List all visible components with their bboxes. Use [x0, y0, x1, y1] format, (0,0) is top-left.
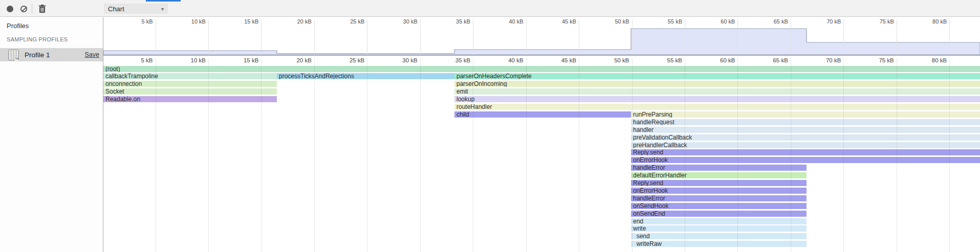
- ruler-tick-label: 60 kB: [701, 57, 735, 63]
- ruler-tick-label: 15 kB: [225, 57, 258, 63]
- gridline: [949, 19, 950, 55]
- view-mode-value: Chart: [108, 5, 124, 13]
- gridline: [632, 19, 633, 55]
- ruler-tick-label: 80 kB: [913, 57, 947, 63]
- ruler-tick-label: 75 kB: [860, 18, 894, 25]
- gridline: [473, 58, 473, 252]
- ruler-tick-label: 65 kB: [754, 57, 788, 63]
- gridline: [208, 19, 209, 55]
- flame-bar[interactable]: parserOnHeadersComplete: [454, 73, 980, 79]
- ruler-tick-label: 5 kB: [119, 18, 153, 25]
- flame-bar[interactable]: onconnection: [103, 81, 277, 87]
- ruler-tick-label: 25 kB: [331, 18, 364, 25]
- gridline: [156, 58, 156, 252]
- flame-bar[interactable]: defaultErrorHandler: [631, 172, 807, 178]
- flame-bar[interactable]: Reply.send: [631, 180, 807, 186]
- delete-profile-button[interactable]: [37, 4, 47, 14]
- flame-bar[interactable]: Readable.on: [103, 96, 277, 102]
- ruler-tick-label: 10 kB: [172, 18, 206, 25]
- flame-bar[interactable]: preValidationCallback: [631, 134, 980, 141]
- ruler-tick-label: 25 kB: [331, 57, 364, 63]
- overview-area-chart: [103, 26, 980, 55]
- flame-bar[interactable]: handleError: [631, 195, 807, 201]
- flame-bar[interactable]: child: [454, 111, 631, 118]
- gridline: [737, 19, 738, 55]
- record-icon: [7, 6, 13, 12]
- gridline: [791, 19, 791, 55]
- gridline: [261, 19, 262, 55]
- ruler-tick-label: 45 kB: [542, 18, 576, 25]
- ruler-tick-label: 75 kB: [860, 57, 894, 63]
- clear-icon: [20, 6, 27, 12]
- save-profile-link[interactable]: Save: [85, 51, 100, 58]
- heap-snapshot-icon: %: [8, 50, 19, 60]
- gridline: [208, 58, 209, 252]
- flame-bar[interactable]: handleError: [631, 165, 807, 171]
- flame-bar[interactable]: end: [631, 218, 807, 224]
- flame-bar[interactable]: write_: [631, 225, 807, 232]
- gridline: [420, 19, 421, 55]
- ruler-tick-label: 60 kB: [701, 18, 735, 25]
- gridline: [156, 19, 156, 55]
- sidebar-item-profile-1[interactable]: % Profile 1 Save: [0, 48, 103, 61]
- ruler-tick-label: 20 kB: [278, 57, 312, 63]
- flame-bar[interactable]: _send: [631, 233, 807, 239]
- ruler-tick-label: 50 kB: [596, 18, 629, 25]
- profiles-sidebar: Profiles SAMPLING PROFILES % Profile 1 S…: [0, 17, 103, 252]
- ruler-tick-label: 70 kB: [807, 18, 841, 25]
- flame-bar[interactable]: lookup: [454, 96, 980, 102]
- gridline: [843, 58, 844, 252]
- percent-badge: %: [15, 57, 18, 61]
- ruler-tick-label: 10 kB: [172, 57, 206, 63]
- flame-chart-rows: (root)callbackTrampolineprocessTicksAndR…: [103, 65, 980, 252]
- gridline: [420, 58, 421, 252]
- ruler-tick-label: 15 kB: [225, 18, 258, 25]
- sampling-profiles-section-label: SAMPLING PROFILES: [7, 36, 68, 42]
- flame-bar[interactable]: parserOnIncoming: [454, 81, 980, 87]
- view-mode-select[interactable]: Chart ▾: [104, 4, 168, 14]
- flame-bar[interactable]: callbackTrampoline: [103, 73, 277, 79]
- flame-bar[interactable]: Reply.send: [631, 149, 980, 155]
- devtools-memory-profiler-window: Chart ▾ Profiles SAMPLING PROFILES % Pro…: [0, 0, 980, 252]
- flame-bar[interactable]: handleRequest: [631, 119, 980, 125]
- gridline: [632, 58, 633, 252]
- flame-bar[interactable]: onSendEnd: [631, 211, 807, 217]
- chart-ruler: 5 kB10 kB15 kB20 kB25 kB30 kB35 kB40 kB4…: [103, 56, 980, 65]
- ruler-tick-label: 20 kB: [278, 18, 312, 25]
- ruler-tick-label: 50 kB: [596, 57, 629, 63]
- flame-bar[interactable]: handler: [631, 127, 980, 133]
- toolbar-divider: [32, 4, 32, 13]
- trash-icon: [38, 5, 46, 13]
- flame-bar[interactable]: preHandlerCallback: [631, 142, 980, 148]
- overview-ruler: 5 kB10 kB15 kB20 kB25 kB30 kB35 kB40 kB4…: [103, 17, 980, 26]
- flame-bar[interactable]: Socket: [103, 88, 277, 95]
- gridline: [367, 19, 367, 55]
- gridline: [314, 19, 315, 55]
- ruler-tick-label: 30 kB: [384, 57, 418, 63]
- flame-bar[interactable]: (root): [103, 66, 980, 72]
- flame-bar[interactable]: _writeRaw: [631, 241, 807, 247]
- gridline: [685, 19, 685, 55]
- flame-bar[interactable]: runPreParsing: [631, 111, 980, 118]
- chevron-down-icon: ▾: [161, 6, 164, 12]
- gridline: [526, 19, 527, 55]
- flame-bar[interactable]: onErrorHook: [631, 157, 980, 163]
- gridline: [314, 58, 315, 252]
- flame-bar[interactable]: onErrorHook: [631, 188, 807, 194]
- flame-bar[interactable]: onSendHook: [631, 203, 807, 209]
- flame-bar[interactable]: processTicksAndRejections: [277, 73, 454, 79]
- ruler-tick-label: 55 kB: [648, 57, 682, 63]
- flame-bar[interactable]: emit: [454, 88, 980, 95]
- ruler-tick-label: 30 kB: [384, 18, 418, 25]
- gridline: [897, 58, 897, 252]
- memory-overview-graph[interactable]: [103, 26, 980, 55]
- ruler-tick-label: 40 kB: [490, 57, 524, 63]
- clear-all-button[interactable]: [18, 4, 29, 14]
- flame-bar[interactable]: routeHandler: [454, 104, 980, 110]
- gridline: [579, 19, 579, 55]
- record-button[interactable]: [5, 4, 15, 14]
- gridline: [367, 58, 367, 252]
- ruler-tick-label: 35 kB: [437, 57, 470, 63]
- ruler-tick-label: 35 kB: [437, 18, 470, 25]
- ruler-tick-label: 80 kB: [913, 18, 947, 25]
